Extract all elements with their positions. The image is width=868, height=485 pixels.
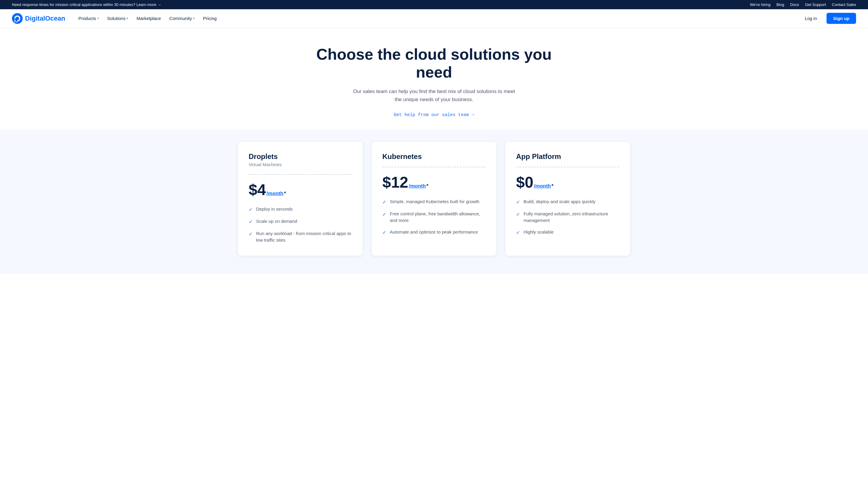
card-droplets-divider (249, 174, 352, 175)
card-kubernetes-features: ✓ Simple, managed Kubernetes built for g… (382, 198, 486, 236)
banner-message-container: Need response times for mission critical… (12, 2, 161, 7)
chevron-down-icon: ▾ (97, 17, 99, 20)
card-droplets: Droplets Virtual Machines $4 /month * ✓ … (238, 141, 363, 256)
check-icon: ✓ (516, 199, 520, 206)
check-icon: ✓ (249, 218, 252, 226)
card-droplets-title: Droplets (249, 153, 352, 161)
nav-links: Products ▾ Solutions ▾ Marketplace Commu… (74, 13, 220, 23)
card-app-platform-price: $0 /month * (516, 174, 619, 190)
hero-title: Choose the cloud solutions you need (315, 45, 553, 82)
banner-link-hiring[interactable]: We're hiring (750, 2, 771, 7)
check-icon: ✓ (382, 211, 386, 218)
nav-link-community[interactable]: Community ▾ (166, 13, 198, 23)
check-icon: ✓ (516, 229, 520, 236)
card-kubernetes-price-asterisk: * (426, 183, 428, 189)
chevron-down-icon: ▾ (193, 17, 195, 20)
svg-rect-1 (16, 22, 17, 22)
card-kubernetes: Kubernetes $12 /month * ✓ Simple, manage… (371, 141, 497, 256)
nav-item-marketplace: Marketplace (133, 13, 164, 23)
list-item: ✓ Free control plane, free bandwidth all… (382, 211, 486, 224)
card-droplets-price: $4 /month * (249, 182, 352, 197)
card-app-platform-features: ✓ Build, deploy and scale apps quickly ✓… (516, 198, 619, 236)
top-banner: Need response times for mission critical… (0, 0, 868, 9)
banner-message: Need response times for mission critical… (12, 2, 161, 7)
list-item: ✓ Run any workload - from mission critic… (249, 230, 352, 244)
hero-section: Choose the cloud solutions you need Our … (0, 28, 868, 129)
card-app-platform-divider (516, 167, 619, 167)
chevron-down-icon: ▾ (127, 17, 128, 20)
card-app-platform-price-asterisk: * (552, 183, 554, 189)
card-app-platform: App Platform $0 /month * ✓ Build, deploy… (505, 141, 630, 256)
list-item: ✓ Scale up on demand (249, 218, 352, 226)
navbar-left: DigitalOcean Products ▾ Solutions ▾ Mark… (12, 13, 220, 24)
nav-item-community: Community ▾ (166, 13, 198, 23)
nav-link-marketplace[interactable]: Marketplace (133, 13, 164, 23)
card-kubernetes-title: Kubernetes (382, 153, 486, 161)
nav-link-products[interactable]: Products ▾ (74, 13, 102, 23)
card-kubernetes-divider (382, 167, 486, 167)
navbar-right: Log in Sign up (800, 13, 856, 24)
card-droplets-price-unit: /month (267, 191, 284, 197)
card-droplets-features: ✓ Deploy in seconds ✓ Scale up on demand… (249, 206, 352, 244)
svg-rect-2 (14, 22, 16, 22)
banner-links: We're hiring Blog Docs Get Support Conta… (750, 2, 856, 7)
card-app-platform-price-amount: $0 (516, 174, 533, 190)
logo-icon (12, 13, 23, 24)
login-button[interactable]: Log in (800, 13, 822, 23)
list-item: ✓ Highly scalable (516, 229, 619, 236)
check-icon: ✓ (382, 199, 386, 206)
card-kubernetes-price-unit: /month (409, 183, 426, 189)
card-droplets-subtitle: Virtual Machines (249, 162, 352, 167)
hero-cta-link[interactable]: Get help from our sales team → (394, 112, 474, 118)
banner-link-docs[interactable]: Docs (790, 2, 799, 7)
svg-rect-3 (14, 20, 16, 21)
banner-link-contact-sales[interactable]: Contact Sales (832, 2, 856, 7)
card-app-platform-price-unit: /month (534, 183, 551, 189)
nav-link-pricing[interactable]: Pricing (199, 13, 220, 23)
signup-button[interactable]: Sign up (827, 13, 856, 24)
list-item: ✓ Build, deploy and scale apps quickly (516, 198, 619, 206)
check-icon: ✓ (249, 206, 252, 213)
logo-text: DigitalOcean (25, 14, 65, 22)
card-app-platform-title: App Platform (516, 153, 619, 161)
svg-point-0 (12, 13, 23, 24)
nav-item-products: Products ▾ (74, 13, 102, 23)
list-item: ✓ Fully managed solution, zero infrastru… (516, 211, 619, 224)
list-item: ✓ Deploy in seconds (249, 206, 352, 213)
nav-item-solutions: Solutions ▾ (103, 13, 132, 23)
navbar: DigitalOcean Products ▾ Solutions ▾ Mark… (0, 9, 868, 28)
list-item: ✓ Automate and optimize to peak performa… (382, 229, 486, 236)
check-icon: ✓ (249, 231, 252, 238)
card-kubernetes-price-amount: $12 (382, 174, 408, 190)
hero-subtitle: Our sales team can help you find the bes… (350, 87, 518, 103)
check-icon: ✓ (382, 229, 386, 236)
list-item: ✓ Simple, managed Kubernetes built for g… (382, 198, 486, 206)
check-icon: ✓ (516, 211, 520, 218)
logo[interactable]: DigitalOcean (12, 13, 65, 24)
banner-link-blog[interactable]: Blog (776, 2, 784, 7)
card-kubernetes-price: $12 /month * (382, 174, 486, 190)
nav-link-solutions[interactable]: Solutions ▾ (103, 13, 132, 23)
nav-item-pricing: Pricing (199, 13, 220, 23)
card-droplets-price-asterisk: * (284, 191, 286, 197)
cards-section: Droplets Virtual Machines $4 /month * ✓ … (0, 129, 868, 274)
banner-link-support[interactable]: Get Support (805, 2, 826, 7)
card-droplets-price-amount: $4 (249, 182, 266, 197)
